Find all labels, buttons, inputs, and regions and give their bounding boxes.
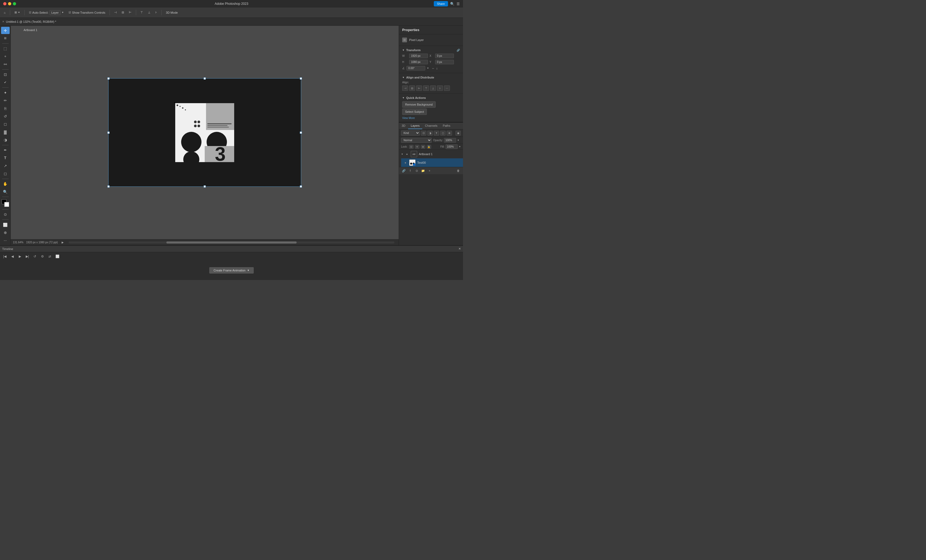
extras-button[interactable]: ⊞ ▼: [13, 10, 22, 15]
create-frame-animation-button[interactable]: Create Frame Animation ▼: [209, 267, 254, 274]
link-layers-btn[interactable]: 🔗: [401, 168, 407, 173]
brush-tool[interactable]: ✏: [1, 97, 10, 104]
new-layer-btn[interactable]: +: [427, 168, 432, 173]
pen-tool[interactable]: ✒: [1, 146, 10, 154]
opacity-input[interactable]: [444, 138, 456, 142]
artboard-visibility[interactable]: ●: [405, 152, 409, 156]
test00-layer-item[interactable]: ● 3 Test00: [401, 158, 463, 167]
filter-kind-select[interactable]: Kind Name Effect Mode Attribute Color: [401, 130, 420, 136]
history-brush-tool[interactable]: ↺: [1, 112, 10, 120]
distribute-v-button[interactable]: ⊦: [154, 10, 159, 15]
more-tools-button[interactable]: ···: [1, 237, 10, 244]
add-mask-btn[interactable]: ⊙: [414, 168, 419, 173]
handle-top-center[interactable]: [204, 77, 206, 80]
home-button[interactable]: ⌂: [2, 10, 7, 15]
timeline-close-icon[interactable]: ✕: [458, 247, 461, 251]
align-header[interactable]: ▼ Align and Distribute: [399, 75, 463, 80]
filter-adjust-icon[interactable]: ◑: [427, 131, 433, 136]
lock-move-icon[interactable]: ✛: [415, 145, 419, 149]
active-tab-label[interactable]: Untitled-1 @ 132% (Test00, RGB/8#) *: [6, 20, 56, 23]
transform-header[interactable]: ▼ Transform 🔗: [399, 47, 463, 53]
filter-smart-icon[interactable]: ⊗: [447, 131, 452, 136]
timeline-render-btn[interactable]: ⬜: [54, 254, 60, 259]
align-right-edges-btn[interactable]: ⊢: [416, 85, 422, 91]
delete-layer-btn[interactable]: 🗑: [455, 168, 461, 173]
show-transform-controls[interactable]: ☑ Show Transform Controls: [67, 10, 107, 15]
align-bottom-edges-btn[interactable]: ⊦: [437, 85, 443, 91]
timeline-loop-btn[interactable]: ↺: [32, 254, 38, 259]
quick-actions-header[interactable]: ▼ Quick Actions: [399, 95, 463, 100]
dodge-tool[interactable]: ◑: [1, 136, 10, 143]
marquee-tool[interactable]: ⬚: [1, 45, 10, 52]
handle-bot-center[interactable]: [204, 185, 206, 188]
move-tool[interactable]: ✛: [1, 27, 10, 34]
distribute-center-button[interactable]: ⊥: [146, 10, 152, 15]
artboard-layer-item[interactable]: ▼ ● AB Artboard 1: [399, 150, 463, 158]
handle-top-right[interactable]: [300, 77, 302, 80]
new-group-btn[interactable]: 📁: [421, 168, 426, 173]
filter-type-icon[interactable]: T: [434, 131, 439, 136]
handle-mid-left[interactable]: [107, 132, 110, 134]
remove-background-button[interactable]: Remove Background: [402, 101, 436, 108]
lock-pixels-icon[interactable]: ⊡: [409, 145, 413, 149]
y-input[interactable]: [435, 60, 454, 64]
gradient-tool[interactable]: ▓: [1, 128, 10, 136]
quick-select-tool[interactable]: ⚯: [1, 61, 10, 68]
select-subject-button[interactable]: Select Subject: [402, 109, 427, 115]
view-more-link[interactable]: View More: [399, 116, 463, 120]
handle-top-left[interactable]: [107, 77, 110, 80]
timeline-next-frame-btn[interactable]: ▶|: [25, 254, 30, 259]
menu-icon[interactable]: ☰: [457, 2, 460, 6]
3d-mode-button[interactable]: 3D Mode: [164, 10, 180, 15]
distribute-h-button[interactable]: ⊤: [139, 10, 145, 15]
handle-bot-left[interactable]: [107, 185, 110, 188]
path-select-tool[interactable]: ↗: [1, 162, 10, 170]
auto-select-checkbox[interactable]: ☑ Auto-Select: Layer ▼: [27, 9, 65, 16]
timeline-convert-btn[interactable]: ⇄: [47, 254, 53, 259]
color-swatch[interactable]: [2, 199, 9, 207]
timeline-prev-frame-btn[interactable]: ◀: [10, 254, 15, 259]
layer-dropdown[interactable]: Layer: [50, 10, 61, 15]
artboard-expand-icon[interactable]: ▼: [401, 153, 403, 155]
tab-paths[interactable]: Paths: [440, 123, 453, 129]
x-input[interactable]: [435, 54, 454, 58]
test00-visibility[interactable]: ●: [403, 160, 407, 165]
filter-toggle[interactable]: ◉: [455, 131, 461, 136]
tab-close-icon[interactable]: ✕: [2, 20, 4, 23]
align-top-edges-btn[interactable]: ⊤: [423, 85, 429, 91]
add-effect-btn[interactable]: f: [407, 168, 413, 173]
filter-shape-icon[interactable]: ◻: [440, 131, 446, 136]
lock-all-icon[interactable]: 🔒: [427, 145, 431, 149]
scrollbar-thumb[interactable]: [166, 241, 297, 244]
quick-mask-tool[interactable]: ⊙: [1, 211, 10, 218]
flip-v-icon[interactable]: ↕: [436, 67, 438, 70]
hand-tool[interactable]: ✋: [1, 180, 10, 188]
screen-mode-button[interactable]: ⬜: [1, 221, 10, 228]
align-v-center-btn[interactable]: ⊥: [430, 85, 436, 91]
align-left-edges-btn[interactable]: ⊣: [402, 85, 408, 91]
width-input[interactable]: [409, 54, 428, 58]
horizontal-scrollbar[interactable]: [69, 241, 394, 244]
blend-mode-select[interactable]: Normal Multiply Screen Overlay: [401, 138, 432, 143]
artboard-tool[interactable]: ⊞: [1, 35, 10, 42]
search-icon[interactable]: 🔍: [450, 2, 454, 6]
more-align-btn[interactable]: ···: [444, 85, 450, 91]
artboard[interactable]: 3: [108, 78, 301, 187]
timeline-first-frame-btn[interactable]: |◀: [2, 254, 8, 259]
heal-tool[interactable]: ✦: [1, 89, 10, 96]
height-input[interactable]: [409, 60, 428, 64]
close-button[interactable]: [3, 2, 6, 5]
zoom-tool[interactable]: 🔍: [1, 188, 10, 195]
type-tool[interactable]: T: [1, 154, 10, 162]
crop-tool[interactable]: ⊡: [1, 71, 10, 78]
handle-bot-right[interactable]: [300, 185, 302, 188]
tab-3d[interactable]: 3D: [399, 123, 408, 129]
angle-input[interactable]: [407, 66, 425, 70]
shape-tool[interactable]: ◻: [1, 170, 10, 177]
timeline-play-btn[interactable]: ▶: [17, 254, 23, 259]
handle-mid-right[interactable]: [300, 132, 302, 134]
extras-tool-button[interactable]: ⊕: [1, 229, 10, 236]
align-right-button[interactable]: ⊢: [127, 10, 133, 15]
flip-icon[interactable]: ↔: [432, 67, 434, 70]
angle-dropdown[interactable]: ▼: [427, 67, 429, 70]
